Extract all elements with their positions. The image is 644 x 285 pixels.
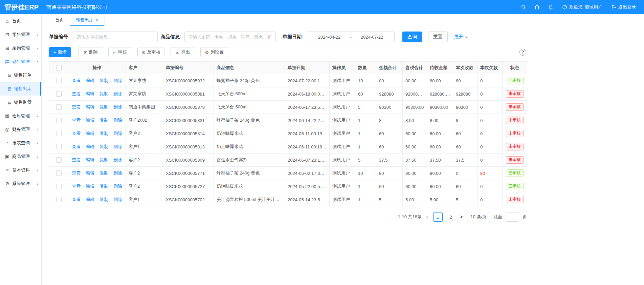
action-delete-link[interactable]: 删除 (113, 197, 122, 203)
page-button-2[interactable]: 2 (446, 212, 456, 222)
date-range-picker[interactable]: 2024-04-22 ~ 2024-07-22 (307, 32, 395, 42)
action-edit-link[interactable]: 编辑 (86, 130, 94, 137)
row-checkbox[interactable] (56, 91, 62, 97)
row-checkbox[interactable] (56, 118, 62, 123)
row-checkbox[interactable] (56, 104, 62, 110)
row-checkbox[interactable] (56, 144, 62, 149)
action-edit-link[interactable]: 编辑 (86, 91, 94, 97)
debt-cell: 0 (478, 114, 503, 127)
action-view-link[interactable]: 查看 (72, 91, 81, 97)
action-copy-link[interactable]: 复制 (99, 157, 108, 163)
action-delete-link[interactable]: 删除 (113, 144, 122, 150)
action-edit-link[interactable]: 编辑 (86, 157, 94, 163)
unaudit-button[interactable]: ⊘ 反审核 (137, 47, 165, 57)
sidebar-item-retail[interactable]: ⊟零售管理∨ (0, 28, 41, 41)
row-checkbox[interactable] (56, 197, 62, 202)
checkbox-cell (49, 154, 68, 167)
sidebar-item-goods[interactable]: ▣商品管理∨ (0, 150, 41, 163)
bill-no-input[interactable] (73, 32, 158, 42)
prev-page-button[interactable]: < (425, 214, 430, 220)
action-copy-link[interactable]: 复制 (99, 197, 108, 203)
action-view-link[interactable]: 查看 (72, 117, 81, 123)
action-edit-link[interactable]: 编辑 (86, 170, 94, 176)
date-end-value[interactable]: 2024-07-22 (361, 35, 383, 40)
close-icon[interactable]: × (96, 18, 98, 22)
column-header: 待收金额 (427, 62, 453, 74)
sidebar-item-home[interactable]: ⌂首页 (0, 14, 41, 28)
bell-icon[interactable] (548, 4, 553, 10)
sidebar-item-sales[interactable]: ▤销售管理∧ (0, 55, 41, 68)
page-size-select[interactable]: 10 条/页 (467, 212, 490, 222)
action-view-link[interactable]: 查看 (72, 104, 81, 110)
action-edit-link[interactable]: 编辑 (86, 183, 94, 189)
select-all-checkbox[interactable] (56, 65, 62, 70)
action-edit-link[interactable]: 编辑 (86, 197, 94, 203)
action-copy-link[interactable]: 复制 (99, 130, 108, 137)
sidebar-item-purchase[interactable]: ⊞采购管理∨ (0, 41, 41, 55)
home-icon[interactable] (534, 4, 540, 10)
action-view-link[interactable]: 查看 (72, 130, 81, 137)
sidebar-item-system[interactable]: ⚙系统管理∨ (0, 177, 41, 190)
reset-button[interactable]: 重置 (428, 32, 448, 42)
next-page-button[interactable]: > (459, 214, 464, 220)
sidebar-item-finance[interactable]: ◎财务管理∨ (0, 123, 41, 136)
action-copy-link[interactable]: 复制 (99, 144, 108, 150)
column-settings-button[interactable]: ⚙ 列设置 (200, 47, 228, 57)
row-checkbox[interactable] (56, 131, 62, 136)
action-copy-link[interactable]: 复制 (99, 104, 108, 110)
user-welcome[interactable]: 欢迎您, 测试用户 (562, 4, 602, 10)
help-icon[interactable]: ? (519, 49, 526, 56)
action-view-link[interactable]: 查看 (72, 157, 81, 163)
action-delete-link[interactable]: 删除 (113, 91, 122, 97)
jump-page-input[interactable] (506, 212, 519, 222)
row-checkbox[interactable] (56, 184, 62, 189)
expand-link[interactable]: 展开 ∨ (454, 34, 467, 40)
add-button[interactable]: + 新增 (49, 47, 71, 57)
action-delete-link[interactable]: 删除 (113, 130, 122, 137)
action-copy-link[interactable]: 复制 (99, 183, 108, 189)
sidebar-item-basedata[interactable]: ≡基本资料∨ (0, 163, 41, 177)
action-view-link[interactable]: 查看 (72, 170, 81, 176)
amount-total-cell: 928080 (376, 87, 403, 101)
search-icon[interactable] (521, 4, 526, 10)
action-delete-link[interactable]: 删除 (113, 170, 122, 176)
sidebar-item-report[interactable]: ◔报表查询∨ (0, 136, 41, 150)
date-start-value[interactable]: 2024-04-22 (318, 35, 341, 40)
action-view-link[interactable]: 查看 (72, 144, 81, 150)
action-delete-link[interactable]: 删除 (113, 183, 122, 189)
action-view-link[interactable]: 查看 (72, 78, 81, 84)
row-checkbox[interactable] (56, 78, 62, 83)
sidebar-subitem-sales-return[interactable]: ▤销售退货 (0, 96, 41, 109)
action-delete-link[interactable]: 删除 (113, 157, 122, 163)
tab-sales-outbound[interactable]: 销售出库× (70, 14, 105, 26)
row-checkbox[interactable] (56, 157, 62, 163)
action-copy-link[interactable]: 复制 (99, 170, 108, 176)
action-delete-link[interactable]: 删除 (113, 104, 122, 110)
action-copy-link[interactable]: 复制 (99, 91, 108, 97)
tab-home[interactable]: 首页 (49, 14, 70, 26)
action-delete-link[interactable]: 删除 (113, 78, 122, 84)
status-badge: 未审核 (506, 103, 524, 111)
operator-cell: 测试用户 (330, 74, 355, 87)
action-edit-link[interactable]: 编辑 (86, 144, 94, 150)
action-edit-link[interactable]: 编辑 (86, 117, 94, 123)
search-button[interactable]: 查询 (402, 32, 422, 42)
row-checkbox[interactable] (56, 170, 62, 176)
status-cell: 已审核 (503, 74, 527, 87)
product-info-input[interactable] (184, 32, 276, 42)
page-button-1[interactable]: 1 (433, 212, 443, 222)
action-copy-link[interactable]: 复制 (99, 117, 108, 123)
export-button[interactable]: 导出 (171, 47, 194, 57)
action-view-link[interactable]: 查看 (72, 183, 81, 189)
audit-button[interactable]: ✓ 审核 (108, 47, 131, 57)
sidebar-subitem-sales-order[interactable]: ▤销售订单 (0, 68, 41, 82)
delete-button[interactable]: 删除 (79, 47, 102, 57)
action-view-link[interactable]: 查看 (72, 197, 81, 203)
action-copy-link[interactable]: 复制 (99, 78, 108, 84)
action-edit-link[interactable]: 编辑 (86, 78, 94, 84)
action-delete-link[interactable]: 删除 (113, 117, 122, 123)
logout-button[interactable]: 退出登录 (611, 4, 636, 10)
sidebar-subitem-sales-outbound[interactable]: ▤销售出库 (0, 82, 41, 96)
sidebar-item-warehouse[interactable]: ▦仓库管理∨ (0, 109, 41, 123)
action-edit-link[interactable]: 编辑 (86, 104, 94, 110)
